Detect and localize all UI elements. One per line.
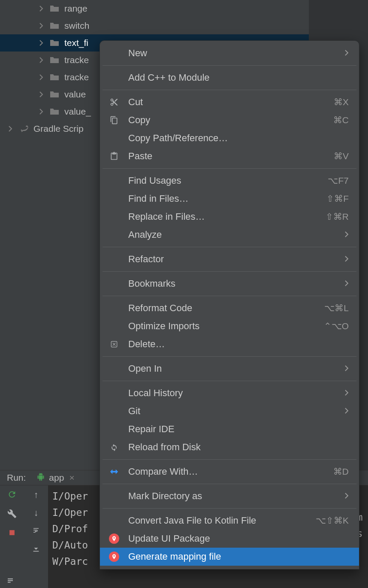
menu-item-convert-java-file-to-kotlin-file[interactable]: Convert Java File to Kotlin File⌥⇧⌘K: [100, 512, 359, 530]
up-arrow-icon[interactable]: ↑: [34, 490, 39, 500]
menu-item-label: Copy: [128, 115, 333, 126]
menu-separator: [103, 90, 356, 90]
menu-item-find-in-files[interactable]: Find in Files…⇧⌘F: [100, 190, 359, 208]
folder-icon: [49, 4, 60, 13]
menu-item-open-in[interactable]: Open In: [100, 360, 359, 378]
chevron-right-icon[interactable]: [37, 57, 45, 63]
menu-item-bookmarks[interactable]: Bookmarks: [100, 275, 359, 293]
menu-item-reload-from-disk[interactable]: Reload from Disk: [100, 438, 359, 456]
chevron-right-icon[interactable]: [37, 23, 45, 29]
folder-icon: [49, 90, 60, 99]
menu-item-cut[interactable]: Cut⌘X: [100, 93, 359, 111]
menu-item-label: Paste: [128, 151, 334, 162]
chevron-right-icon[interactable]: [37, 109, 45, 115]
down-arrow-icon[interactable]: ↓: [34, 508, 39, 518]
menu-shortcut: ⌘V: [334, 151, 349, 161]
menu-item-label: Generate mapping file: [128, 551, 349, 562]
menu-item-new[interactable]: New: [100, 44, 359, 62]
menu-item-label: Optimize Imports: [128, 321, 324, 332]
menu-item-local-history[interactable]: Local History: [100, 384, 359, 402]
menu-item-label: Analyze: [128, 229, 344, 240]
close-icon[interactable]: ×: [69, 473, 74, 483]
menu-item-analyze[interactable]: Analyze: [100, 226, 359, 244]
tree-item-label: Gradle Scrip: [33, 124, 84, 134]
menu-shortcut: ⌘C: [333, 115, 349, 125]
scroll-to-end-icon[interactable]: [31, 544, 41, 555]
menu-item-replace-in-files[interactable]: Replace in Files…⇧⌘R: [100, 208, 359, 226]
menu-item-reformat-code[interactable]: Reformat Code⌥⌘L: [100, 299, 359, 317]
soft-wrap-icon[interactable]: [31, 526, 41, 536]
tree-item-switch[interactable]: switch: [0, 17, 309, 34]
chevron-right-icon[interactable]: [37, 74, 45, 80]
menu-item-label: Cut: [128, 97, 334, 108]
chevron-right-icon: [344, 255, 349, 264]
menu-item-copy-path-reference[interactable]: Copy Path/Reference…: [100, 129, 359, 147]
menu-item-label: Refactor: [128, 254, 344, 265]
menu-separator: [103, 271, 356, 272]
menu-separator: [103, 484, 356, 484]
menu-item-label: Convert Java File to Kotlin File: [128, 515, 316, 526]
menu-shortcut: ⇧⌘F: [326, 194, 349, 204]
folder-icon: [49, 55, 60, 65]
chevron-right-icon[interactable]: [37, 40, 45, 46]
tree-item-label: range: [64, 3, 87, 14]
status-bar-icon[interactable]: [3, 576, 14, 586]
reload-icon: [108, 443, 121, 452]
chevron-right-icon[interactable]: [37, 6, 45, 12]
menu-item-label: Copy Path/Reference…: [128, 133, 349, 144]
menu-item-label: Repair IDE: [128, 424, 349, 435]
cut-icon: [108, 98, 121, 106]
svg-rect-1: [8, 579, 13, 579]
menu-item-optimize-imports[interactable]: Optimize Imports⌃⌥O: [100, 317, 359, 335]
menu-item-label: Git: [128, 406, 344, 417]
rerun-icon[interactable]: [7, 490, 17, 501]
folder-icon: [49, 21, 60, 30]
chevron-right-icon: [344, 389, 349, 398]
chevron-right-icon: [344, 364, 349, 373]
chevron-right-icon: [344, 230, 349, 239]
tree-item-label: text_fi: [64, 38, 88, 48]
menu-item-label: Open In: [128, 363, 344, 374]
reddot-icon: [108, 533, 121, 544]
android-icon: [36, 473, 45, 483]
menu-item-label: Compare With…: [128, 466, 333, 477]
menu-item-label: Add C++ to Module: [128, 72, 349, 83]
menu-item-find-usages[interactable]: Find Usages⌥F7: [100, 172, 359, 190]
menu-item-refactor[interactable]: Refactor: [100, 250, 359, 268]
delete-icon: [108, 340, 121, 349]
menu-item-label: Update UI Package: [128, 533, 349, 544]
menu-separator: [103, 65, 356, 66]
diff-icon: [108, 467, 121, 476]
copy-icon: [108, 116, 121, 124]
menu-item-mark-directory-as[interactable]: Mark Directory as: [100, 487, 359, 505]
menu-shortcut: ⌥⇧⌘K: [316, 515, 349, 526]
wrench-icon[interactable]: [7, 509, 17, 521]
menu-item-label: New: [128, 48, 344, 59]
menu-item-update-ui-package[interactable]: Update UI Package: [100, 530, 359, 548]
menu-item-repair-ide[interactable]: Repair IDE: [100, 420, 359, 438]
menu-item-label: Mark Directory as: [128, 491, 344, 502]
run-tab-app[interactable]: app ×: [36, 473, 74, 483]
menu-item-paste[interactable]: Paste⌘V: [100, 147, 359, 165]
tree-item-range[interactable]: range: [0, 0, 309, 17]
run-label: Run:: [7, 473, 26, 483]
menu-shortcut: ⌘X: [334, 97, 349, 107]
tree-item-label: tracke: [64, 72, 89, 82]
chevron-right-icon[interactable]: [37, 91, 45, 97]
menu-item-compare-with[interactable]: Compare With…⌘D: [100, 463, 359, 481]
chevron-right-icon[interactable]: [6, 126, 15, 132]
menu-separator: [103, 356, 356, 357]
tree-item-label: tracke: [64, 55, 89, 65]
menu-item-copy[interactable]: Copy⌘C: [100, 111, 359, 129]
menu-item-label: Delete…: [128, 339, 349, 350]
tab-label: app: [49, 473, 64, 483]
menu-shortcut: ⌃⌥O: [324, 321, 349, 331]
menu-item-add-c-to-module[interactable]: Add C++ to Module: [100, 69, 359, 87]
paste-icon: [108, 152, 121, 161]
folder-icon: [49, 73, 60, 82]
menu-item-git[interactable]: Git: [100, 402, 359, 420]
menu-item-delete[interactable]: Delete…: [100, 335, 359, 353]
folder-icon: [49, 107, 60, 116]
menu-item-generate-mapping-file[interactable]: Generate mapping file: [100, 548, 359, 566]
stop-icon[interactable]: [8, 528, 16, 539]
